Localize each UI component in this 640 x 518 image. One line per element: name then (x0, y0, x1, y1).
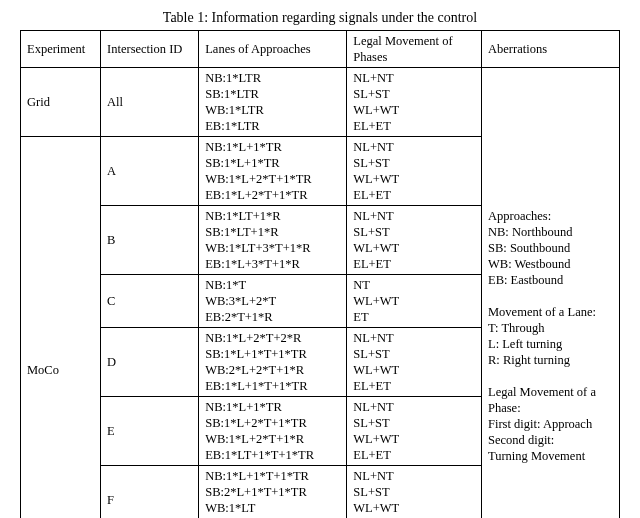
cell-id: F (101, 466, 199, 519)
cell-id: C (101, 275, 199, 328)
cell-id-all: All (101, 68, 199, 137)
header-row: Experiment Intersection ID Lanes of Appr… (21, 31, 620, 68)
cell-lanes: NB:1*T WB:3*L+2*T EB:2*T+1*R (199, 275, 347, 328)
cell-legal: NL+NT SL+ST WL+WT EL+ET (347, 397, 482, 466)
cell-id: E (101, 397, 199, 466)
header-aberrations: Aberrations (482, 31, 620, 68)
cell-lanes: NB:1*L+1*TR SB:1*L+1*TR WB:1*L+2*T+1*TR … (199, 137, 347, 206)
header-experiment: Experiment (21, 31, 101, 68)
cell-aberrations: Approaches: NB: Northbound SB: Southboun… (482, 68, 620, 519)
cell-legal: NT WL+WT ET (347, 275, 482, 328)
cell-legal: NL+NT SL+ST WL+WT EL+ET (347, 68, 482, 137)
table-row: Grid All NB:1*LTR SB:1*LTR WB:1*LTR EB:1… (21, 68, 620, 137)
cell-lanes: NB:1*LTR SB:1*LTR WB:1*LTR EB:1*LTR (199, 68, 347, 137)
cell-lanes: NB:1*LT+1*R SB:1*LT+1*R WB:1*LT+3*T+1*R … (199, 206, 347, 275)
cell-legal: NL+NT SL+ST WL+WT EL+ET (347, 466, 482, 519)
cell-lanes: NB:1*L+2*T+2*R SB:1*L+1*T+1*TR WB:2*L+2*… (199, 328, 347, 397)
header-intersection-id: Intersection ID (101, 31, 199, 68)
cell-id: A (101, 137, 199, 206)
cell-lanes: NB:1*L+1*T+1*TR SB:2*L+1*T+1*TR WB:1*LT … (199, 466, 347, 519)
table-caption: Table 1: Information regarding signals u… (20, 10, 620, 26)
cell-experiment-moco: MoCo (21, 137, 101, 519)
header-legal: Legal Movement of Phases (347, 31, 482, 68)
cell-lanes: NB:1*L+1*TR SB:1*L+2*T+1*TR WB:1*L+2*T+1… (199, 397, 347, 466)
cell-legal: NL+NT SL+ST WL+WT EL+ET (347, 328, 482, 397)
cell-legal: NL+NT SL+ST WL+WT EL+ET (347, 206, 482, 275)
cell-id: B (101, 206, 199, 275)
signals-table: Experiment Intersection ID Lanes of Appr… (20, 30, 620, 518)
cell-legal: NL+NT SL+ST WL+WT EL+ET (347, 137, 482, 206)
header-lanes: Lanes of Approaches (199, 31, 347, 68)
cell-id: D (101, 328, 199, 397)
cell-experiment-grid: Grid (21, 68, 101, 137)
